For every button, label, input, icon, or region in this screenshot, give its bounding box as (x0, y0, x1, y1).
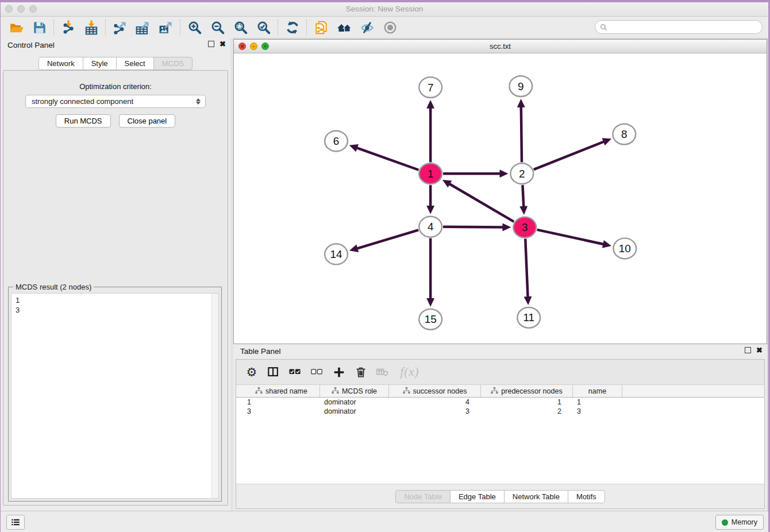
tab-style[interactable]: Style (83, 57, 117, 70)
home-icon[interactable] (333, 19, 356, 36)
graph-edge-2-9[interactable] (521, 106, 522, 162)
cell-name[interactable]: 1 (573, 398, 622, 406)
column-header-name[interactable]: name (573, 385, 622, 397)
cell-MCDS-role[interactable]: dominator (320, 398, 389, 406)
search-box[interactable] (595, 20, 763, 34)
delete-column-icon[interactable] (373, 363, 392, 381)
optimization-criterion-label: Optimization criterion: (3, 82, 228, 91)
cell-shared-name[interactable]: 1 (243, 398, 320, 406)
memory-button[interactable]: Memory (715, 515, 764, 530)
tab-node-table[interactable]: Node Table (395, 490, 451, 503)
graph-node-15[interactable]: 15 (419, 309, 442, 330)
graph-edge-3-10[interactable] (537, 230, 605, 245)
tab-edge-table[interactable]: Edge Table (450, 490, 505, 503)
graph-node-8[interactable]: 8 (613, 124, 636, 145)
cell-successor-nodes[interactable]: 4 (389, 398, 481, 406)
cell-MCDS-role[interactable]: dominator (320, 407, 389, 415)
table-row[interactable]: 1dominator411 (243, 398, 764, 407)
copy-network-icon[interactable] (310, 19, 333, 36)
cell-predecessor-nodes[interactable]: 1 (481, 398, 573, 406)
graph-edge-4-3[interactable] (443, 227, 504, 228)
graph-edge-1-6[interactable] (356, 148, 419, 170)
cell-name[interactable]: 3 (573, 407, 622, 415)
export-image-icon[interactable] (155, 19, 178, 36)
float-panel-icon[interactable] (208, 41, 214, 47)
graph-edge-2-3[interactable] (522, 185, 523, 208)
column-header-MCDS-role[interactable]: MCDS role (320, 385, 389, 397)
column-header-shared-name[interactable]: shared name (243, 385, 320, 397)
cell-shared-name[interactable]: 3 (243, 407, 320, 415)
mcds-result-group: MCDS result (2 nodes) 1 3 (8, 287, 222, 502)
cell-successor-nodes[interactable]: 3 (389, 407, 481, 415)
task-history-button[interactable] (6, 515, 25, 530)
show-panel-icon[interactable] (379, 19, 402, 36)
tab-motifs[interactable]: Motifs (568, 490, 605, 503)
graph-node-6[interactable]: 6 (325, 131, 348, 152)
close-panel-button[interactable]: Close panel (119, 114, 176, 128)
run-mcds-button[interactable]: Run MCDS (56, 114, 111, 128)
mcds-result-textarea[interactable]: 1 3 (11, 293, 219, 499)
close-table-panel-icon[interactable]: ✖ (756, 347, 763, 353)
add-icon[interactable] (329, 363, 349, 381)
memory-status-icon (722, 519, 728, 526)
graph-node-14[interactable]: 14 (325, 244, 348, 265)
columns-icon[interactable] (264, 363, 283, 381)
gear-icon[interactable]: ⚙ (242, 363, 261, 381)
trash-icon[interactable] (351, 363, 371, 381)
table-panel-title: Table Panel (240, 347, 281, 356)
graph-node-4[interactable]: 4 (419, 217, 442, 237)
mcds-result-title: MCDS result (2 nodes) (13, 283, 94, 291)
save-icon[interactable] (28, 19, 51, 36)
mcds-result-values: 1 3 (11, 294, 211, 498)
search-input[interactable] (610, 22, 762, 32)
check-off-icon[interactable] (307, 363, 327, 381)
float-table-panel-icon[interactable] (745, 347, 751, 353)
export-table-icon[interactable] (132, 19, 155, 36)
zoom-selected-icon[interactable] (252, 19, 275, 36)
graph-node-1[interactable]: 1 (419, 163, 442, 184)
svg-text:15: 15 (425, 313, 437, 325)
open-folder-icon[interactable] (5, 19, 28, 36)
control-panel-title: Control Panel (7, 41, 55, 49)
fx-icon[interactable]: f(x) (395, 363, 425, 381)
graph-edge-2-8[interactable] (534, 141, 605, 169)
refresh-icon[interactable] (281, 19, 304, 36)
zoom-out-icon[interactable] (206, 19, 229, 36)
import-network-icon[interactable] (57, 19, 80, 36)
close-panel-icon[interactable]: ✖ (220, 41, 226, 47)
cell-predecessor-nodes[interactable]: 2 (481, 407, 573, 415)
graph-node-7[interactable]: 7 (419, 77, 442, 98)
toolbar-separator (180, 20, 181, 36)
table-panel-body: ⚙f(x) shared nameMCDS rolesuccessor node… (236, 359, 765, 509)
tab-network-table[interactable]: Network Table (504, 490, 568, 503)
graph-node-9[interactable]: 9 (509, 76, 532, 97)
export-network-icon[interactable] (109, 19, 132, 36)
graph-node-11[interactable]: 11 (517, 307, 540, 328)
zoom-fit-icon[interactable] (229, 19, 252, 36)
graph-edge-4-14[interactable] (356, 230, 418, 249)
application-window: Session: New Session Control Panel ✖ Net… (1, 2, 768, 532)
graph-edge-3-1[interactable] (448, 183, 514, 222)
network-frame-titlebar[interactable]: ✕ − + scc.txt (234, 40, 767, 53)
table-row[interactable]: 3dominator323 (243, 407, 764, 416)
column-header-predecessor-nodes[interactable]: predecessor nodes (481, 385, 573, 397)
network-tree-icon (403, 387, 410, 396)
result-scrollbar[interactable] (211, 294, 218, 498)
svg-text:4: 4 (428, 221, 434, 233)
column-header-successor-nodes[interactable]: successor nodes (389, 385, 481, 397)
tab-mcds[interactable]: MCDS (153, 57, 192, 70)
status-bar: Memory (1, 511, 768, 532)
hide-panel-icon[interactable] (356, 19, 379, 36)
criterion-dropdown[interactable]: strongly connected component (25, 95, 206, 108)
zoom-in-icon[interactable] (183, 19, 206, 36)
graph-edge-3-11[interactable] (525, 239, 528, 298)
graph-node-10[interactable]: 10 (613, 238, 636, 259)
graph-arrowhead-2-9 (517, 99, 525, 107)
check-on-icon[interactable] (286, 363, 305, 381)
graph-node-2[interactable]: 2 (510, 163, 533, 184)
tab-network[interactable]: Network (38, 57, 83, 70)
graph-node-3[interactable]: 3 (513, 217, 536, 238)
tab-select[interactable]: Select (116, 57, 154, 70)
import-table-icon[interactable] (80, 19, 103, 36)
network-canvas[interactable]: 7968124314101511 (234, 53, 767, 344)
